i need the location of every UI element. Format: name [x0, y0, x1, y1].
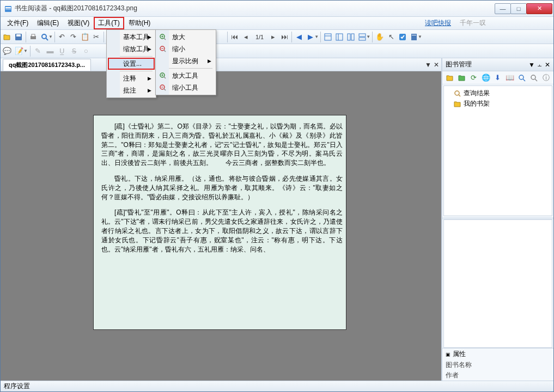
zoom-in-icon	[159, 33, 168, 41]
menu-zoom-tools[interactable]: 缩放工具▶	[108, 43, 155, 55]
tools-menu: 基本工具▶ 缩放工具▶ 设置... 注释▶ 批注▶	[106, 29, 156, 98]
next-page-icon[interactable]: ▸	[267, 32, 278, 42]
submenu-zoom-in-tool[interactable]: 放大工具	[157, 70, 215, 82]
prev-page-icon[interactable]: ◂	[241, 32, 252, 42]
save-icon[interactable]	[13, 32, 24, 42]
submenu-zoom-in[interactable]: 放大	[157, 31, 215, 43]
layout3-icon[interactable]	[345, 32, 356, 42]
lib-book-icon[interactable]: 📖	[505, 72, 515, 83]
ellipse-icon[interactable]: ○	[81, 46, 92, 57]
menu-tools[interactable]: 工具(T)	[94, 17, 124, 29]
search-results-icon	[454, 90, 461, 97]
close-button[interactable]: ✕	[526, 3, 552, 14]
strike-icon[interactable]: S̶	[69, 46, 80, 57]
layout2-icon[interactable]	[334, 32, 345, 42]
dropdown-icon[interactable]: ▼	[314, 34, 319, 39]
folder-icon	[454, 100, 461, 108]
print-icon[interactable]	[28, 32, 39, 42]
submenu-ratio[interactable]: 显示比例▶	[157, 55, 215, 67]
panel-menu-icon[interactable]: ▼	[528, 61, 535, 69]
hand-icon[interactable]: ✋	[374, 32, 385, 42]
svg-line-21	[523, 79, 525, 81]
svg-point-24	[455, 91, 459, 95]
menu-view[interactable]: 视图(V)	[63, 17, 94, 29]
dropdown-icon[interactable]: ▼	[366, 34, 370, 39]
tree-results[interactable]: 查询结果	[446, 88, 550, 99]
pointer-icon[interactable]: ↖	[386, 32, 397, 42]
svg-rect-9	[325, 34, 331, 40]
copy-icon[interactable]: 📋	[80, 32, 90, 42]
dropdown-icon[interactable]: ▼	[418, 34, 422, 39]
pen-icon[interactable]: ✎	[33, 46, 44, 57]
note-icon[interactable]: 📝	[14, 46, 25, 57]
menu-settings[interactable]: 设置...	[108, 58, 155, 70]
menu-comment[interactable]: 批注▶	[108, 84, 155, 96]
tab-dropdown-icon[interactable]: ▼	[425, 61, 431, 69]
highlight-icon[interactable]: ▬	[45, 46, 56, 57]
svg-line-23	[535, 79, 537, 81]
prop-author-label: 作者	[446, 371, 478, 380]
lib-download-icon[interactable]: ⬇	[492, 72, 503, 83]
app-icon	[4, 4, 13, 13]
document-viewport[interactable]: [疏]《士昏礼》第二。O郑《目录》云："士娶妻之礼，以昏为期，而名焉。必以昏者，…	[1, 71, 441, 381]
library-tree[interactable]: 查询结果 我的书架	[443, 85, 552, 216]
undo-icon[interactable]: ↶	[57, 32, 68, 42]
svg-rect-4	[16, 34, 21, 36]
tree-label: 查询结果	[464, 89, 490, 98]
submenu-zoom-out-tool[interactable]: 缩小工具	[157, 82, 215, 94]
menu-help[interactable]: 帮助(H)	[124, 17, 155, 29]
library-toolbar: ⟳ 🌐 ⬇ 📖 ⓘ	[442, 71, 553, 84]
panel-title: 图书管理	[446, 60, 472, 69]
menu-basic-tools[interactable]: 基本工具▶	[108, 31, 155, 43]
collapse-icon[interactable]: ▣	[446, 352, 450, 357]
lib-search-icon[interactable]	[517, 72, 527, 83]
minimize-button[interactable]: —	[495, 3, 511, 14]
tree-bookshelf[interactable]: 我的书架	[446, 99, 550, 109]
panel-pin-icon[interactable]: ⫠	[537, 61, 543, 69]
link-millennium[interactable]: 千年一叹	[460, 19, 486, 28]
redo-icon[interactable]: ↷	[68, 32, 79, 42]
properties-pane: ▣ 属性 图书名称 作者	[442, 348, 553, 381]
speech-icon[interactable]: 💬	[2, 46, 13, 57]
panel-close-icon[interactable]: ✕	[545, 61, 550, 69]
share-icon[interactable]	[397, 32, 408, 42]
tree-label: 我的书架	[464, 99, 490, 108]
tab-close-icon[interactable]: ✕	[434, 61, 439, 69]
first-page-icon[interactable]: ⏮	[229, 32, 240, 42]
lib-globe-icon[interactable]: 🌐	[480, 72, 491, 83]
submenu-zoom-out[interactable]: 缩小	[157, 43, 215, 55]
nav-back-icon[interactable]: ◀	[294, 32, 305, 42]
menu-file[interactable]: 文件(F)	[3, 17, 33, 29]
svg-line-39	[164, 89, 166, 90]
menubar: 文件(F) 编辑(E) 视图(V) 工具(T) 帮助(H) 读吧快报 千年一叹	[1, 17, 553, 30]
document-tab[interactable]: qq截图20170816172343.p...	[3, 59, 91, 71]
underline-icon[interactable]: U̲	[57, 46, 68, 57]
menu-edit[interactable]: 编辑(E)	[33, 17, 63, 29]
cut-icon[interactable]: ✂	[91, 32, 102, 42]
open-icon[interactable]	[2, 32, 13, 42]
maximize-button[interactable]: □	[510, 3, 527, 14]
zoom-out-icon	[159, 45, 168, 53]
svg-line-29	[164, 38, 166, 40]
lib-zoom-icon[interactable]	[529, 72, 539, 83]
svg-rect-14	[351, 34, 354, 40]
dropdown-icon[interactable]: ▼	[23, 48, 28, 53]
library-panel: 图书管理 ▼ ⫠ ✕ ⟳ 🌐 ⬇ 📖 ⓘ 查询结果 我	[442, 58, 553, 381]
library-list[interactable]	[443, 219, 552, 348]
link-quickread[interactable]: 读吧快报	[425, 19, 451, 28]
svg-rect-11	[336, 34, 343, 40]
lib-info-icon[interactable]: ⓘ	[541, 72, 551, 83]
lib-open-icon[interactable]	[445, 72, 455, 83]
lib-folder-icon[interactable]	[456, 72, 467, 83]
svg-rect-6	[32, 34, 35, 36]
statusbar: 程序设置	[1, 381, 553, 391]
last-page-icon[interactable]: ⏭	[279, 32, 290, 42]
dropdown-icon[interactable]: ▼	[48, 34, 53, 39]
menu-annotate[interactable]: 注释▶	[108, 72, 155, 84]
lib-refresh-icon[interactable]: ⟳	[468, 72, 479, 83]
svg-point-7	[42, 34, 46, 39]
svg-line-8	[46, 38, 48, 40]
svg-line-32	[164, 50, 166, 52]
layout1-icon[interactable]	[322, 32, 333, 42]
svg-rect-2	[5, 9, 11, 9]
